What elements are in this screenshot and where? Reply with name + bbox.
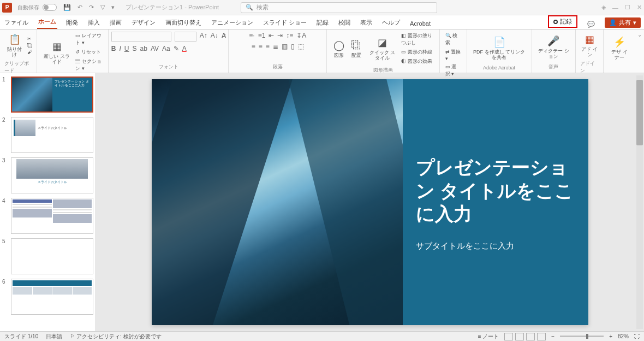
increase-font-icon[interactable]: A↑: [200, 32, 207, 42]
thumb-5[interactable]: 5: [2, 238, 93, 274]
line-spacing-icon[interactable]: ↕≡: [286, 32, 293, 39]
shape-fill-button[interactable]: ◧ 図形の塗りつぶし: [400, 32, 434, 47]
decrease-font-icon[interactable]: A↓: [211, 32, 218, 42]
main-slide[interactable]: プレゼンテーション タイトルをここに入力 サブタイトルをここに入力: [152, 79, 588, 325]
layout-button[interactable]: ▭ レイアウト ▾: [74, 32, 104, 47]
ribbon-collapse-icon[interactable]: ⌄: [635, 30, 644, 73]
qat-more-icon[interactable]: ▾: [111, 4, 115, 11]
tab-acrobat[interactable]: Acrobat: [409, 18, 432, 29]
align-text-icon[interactable]: ▯: [291, 43, 295, 50]
slideshow-view-icon[interactable]: [537, 333, 546, 340]
shadow-icon[interactable]: ab: [140, 45, 147, 52]
change-case-icon[interactable]: Aa: [162, 45, 170, 52]
thumbnail-panel[interactable]: 1プレゼンテー ション タイトル をここに入力 2スライドのタイトル 3スライド…: [0, 73, 96, 331]
save-icon[interactable]: 💾: [63, 4, 71, 11]
language-status[interactable]: 日本語: [46, 333, 62, 340]
bullets-icon[interactable]: ≡·: [249, 32, 254, 39]
indent-inc-icon[interactable]: ⇥: [277, 32, 283, 39]
slide-subtitle[interactable]: サブタイトルをここに入力: [416, 241, 575, 251]
slide-title[interactable]: プレゼンテーション タイトルをここに入力: [416, 156, 575, 226]
paste-button[interactable]: 📋貼り付け: [4, 32, 25, 59]
fit-window-icon[interactable]: ⛶: [634, 333, 640, 339]
sorter-view-icon[interactable]: [515, 333, 524, 340]
designer-button[interactable]: ⚡デザ イナー: [608, 34, 631, 62]
pdf-share-button[interactable]: 📄PDF を作成し てリンクを共有: [472, 34, 527, 62]
tab-draw[interactable]: 描画: [109, 16, 123, 29]
clear-format-icon[interactable]: A̷: [222, 32, 226, 42]
tab-insert[interactable]: 挿入: [87, 16, 101, 29]
smartart-icon[interactable]: ⬚: [298, 43, 304, 50]
shape-outline-button[interactable]: ▭ 図形の枠線: [400, 48, 434, 56]
shapes-button[interactable]: ◯図形: [331, 38, 347, 60]
indent-dec-icon[interactable]: ⇤: [269, 32, 274, 39]
tab-animation[interactable]: アニメーション: [210, 16, 254, 29]
autosave-toggle[interactable]: [43, 4, 57, 11]
cut-icon[interactable]: ✂: [27, 36, 32, 42]
thumb-2[interactable]: 2スライドのタイトル: [2, 117, 93, 153]
tab-record[interactable]: 記録: [315, 16, 330, 29]
columns-icon[interactable]: ▥: [282, 43, 288, 50]
quickstyle-button[interactable]: ◪クイック スタイル: [366, 35, 398, 62]
tab-dev[interactable]: 開発: [65, 16, 79, 29]
arrange-button[interactable]: ⿻配置: [349, 38, 364, 60]
font-name-select[interactable]: [111, 32, 171, 42]
replace-button[interactable]: ⇄ 置換 ▾: [444, 48, 462, 62]
slide-counter[interactable]: スライド 1/10: [4, 333, 38, 340]
italic-icon[interactable]: I: [119, 45, 121, 52]
reading-view-icon[interactable]: [526, 333, 535, 340]
underline-icon[interactable]: U: [124, 45, 129, 52]
bold-icon[interactable]: B: [111, 45, 116, 52]
window-minimize-icon[interactable]: —: [612, 4, 618, 11]
justify-icon[interactable]: ≣: [273, 43, 278, 50]
vertical-scrollbar[interactable]: [636, 75, 643, 329]
highlight-icon[interactable]: ✎: [174, 45, 179, 52]
align-left-icon[interactable]: ≡: [252, 43, 255, 50]
shape-effects-button[interactable]: ◐ 図形の効果: [400, 57, 434, 66]
slide-canvas[interactable]: プレゼンテーション タイトルをここに入力 サブタイトルをここに入力: [96, 73, 644, 331]
format-painter-icon[interactable]: 🖌: [27, 49, 32, 55]
zoom-in-icon[interactable]: +: [609, 333, 612, 339]
zoom-out-icon[interactable]: −: [551, 333, 554, 339]
tab-transition[interactable]: 画面切り替え: [164, 16, 202, 29]
new-slide-button[interactable]: ▦新しい スライド: [41, 39, 72, 66]
comments-icon[interactable]: 💬: [585, 20, 597, 29]
window-maximize-icon[interactable]: ☐: [625, 4, 630, 11]
tab-home[interactable]: ホーム: [37, 15, 57, 29]
addin-button[interactable]: ▦アド イン: [580, 32, 599, 59]
tab-help[interactable]: ヘルプ: [381, 16, 401, 29]
tab-file[interactable]: ファイル: [3, 16, 29, 29]
font-size-select[interactable]: [175, 32, 196, 42]
align-right-icon[interactable]: ≡: [266, 43, 270, 50]
tab-view[interactable]: 表示: [359, 16, 373, 29]
accessibility-status[interactable]: ⚐ アクセシビリティ: 検討が必要です: [70, 333, 161, 340]
window-close-icon[interactable]: ✕: [637, 4, 642, 11]
zoom-slider[interactable]: [560, 336, 604, 337]
reset-button[interactable]: ↺ リセット: [74, 48, 104, 56]
tab-review[interactable]: 校閲: [337, 16, 351, 29]
text-direction-icon[interactable]: ↧A: [296, 32, 306, 39]
redo-icon[interactable]: ↷: [89, 4, 94, 11]
tab-slideshow[interactable]: スライド ショー: [262, 16, 308, 29]
normal-view-icon[interactable]: [504, 333, 513, 340]
record-button[interactable]: 記録: [548, 15, 577, 28]
dictate-button[interactable]: 🎤ディクテー ション: [536, 33, 571, 61]
notes-button[interactable]: ≡ ノート: [478, 333, 499, 340]
slideshow-start-icon[interactable]: ▽: [100, 4, 105, 11]
share-button[interactable]: 👤共有▾: [605, 17, 641, 28]
copy-icon[interactable]: ⿻: [27, 43, 32, 48]
thumb-4[interactable]: 4: [2, 198, 93, 234]
tab-design[interactable]: デザイン: [130, 16, 157, 29]
search-box[interactable]: 🔍 検索: [241, 2, 437, 13]
undo-icon[interactable]: ↶: [77, 4, 82, 11]
align-center-icon[interactable]: ≡: [259, 43, 263, 50]
zoom-value[interactable]: 82%: [618, 333, 629, 339]
thumb-3[interactable]: 3スライドのタイトル: [2, 157, 93, 193]
char-spacing-icon[interactable]: AV: [151, 45, 159, 52]
find-button[interactable]: 🔍 検索: [444, 32, 462, 47]
diamond-icon[interactable]: ◈: [601, 4, 606, 11]
thumb-1[interactable]: 1プレゼンテー ション タイトル をここに入力: [2, 77, 93, 113]
thumb-6[interactable]: 6: [2, 279, 93, 315]
font-color-icon[interactable]: A: [182, 45, 187, 52]
strike-icon[interactable]: S: [133, 45, 137, 52]
numbering-icon[interactable]: ≡1: [258, 32, 266, 39]
